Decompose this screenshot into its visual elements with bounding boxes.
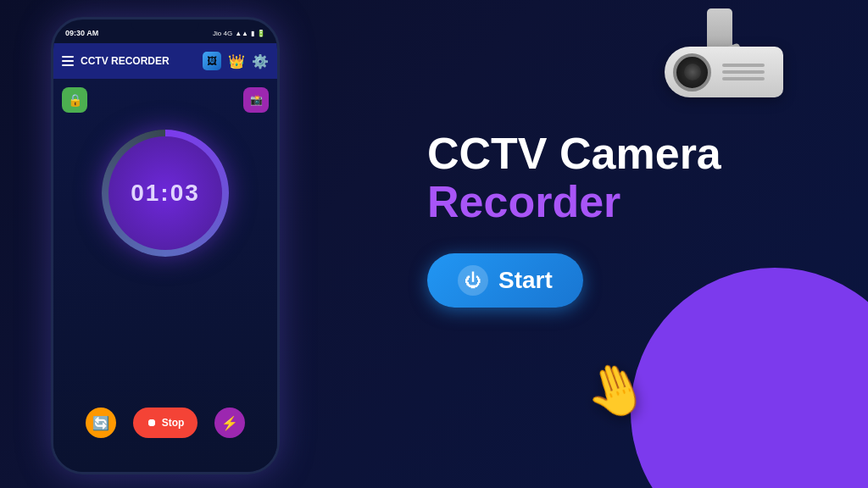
stop-button[interactable]: ⏺ Stop (133, 408, 198, 438)
gallery-icon[interactable]: 🖼 (203, 52, 221, 70)
wifi-icon: ▮ (251, 30, 254, 37)
phone-content: 🔒 📸 (53, 79, 277, 472)
app-title: CCTV RECORDER (81, 55, 196, 67)
hamburger-menu[interactable] (62, 56, 74, 66)
phone-controls: 🔄 ⏺ Stop ⚡ (53, 408, 277, 438)
refresh-button[interactable]: 🔄 (86, 408, 116, 438)
status-time: 09:30 AM (65, 29, 98, 37)
phone-mockup: 09:30 AM Jio 4G ▲▲ ▮ 🔋 CCTV RECORDER 🖼 👑… (51, 17, 280, 474)
power-icon: ⏻ (458, 265, 488, 296)
camera-stripe-2 (722, 70, 765, 74)
phone-body: 09:30 AM Jio 4G ▲▲ ▮ 🔋 CCTV RECORDER 🖼 👑… (51, 17, 280, 474)
lock-float-button[interactable]: 🔒 (62, 87, 87, 113)
settings-icon[interactable]: ⚙️ (252, 53, 269, 69)
camera-stripe-1 (722, 64, 765, 67)
lightning-button[interactable]: ⚡ (214, 408, 245, 438)
start-button[interactable]: ⏻ Start (427, 253, 583, 308)
start-label: Start (498, 267, 553, 294)
camera-mount (707, 8, 732, 51)
hero-heading: CCTV Camera Recorder (427, 130, 721, 226)
status-icons: Jio 4G ▲▲ ▮ 🔋 (213, 30, 265, 37)
camera-body (665, 47, 783, 97)
battery-icon: 🔋 (257, 30, 265, 37)
app-bar: CCTV RECORDER 🖼 👑 ⚙️ (53, 43, 277, 79)
camera-body-detail (711, 64, 783, 80)
carrier-text: Jio 4G (213, 30, 232, 37)
heading-white: CCTV Camera (427, 130, 721, 178)
camera-stripe-3 (722, 77, 765, 80)
hamburger-line-1 (62, 56, 74, 58)
hamburger-line-3 (62, 64, 74, 66)
camera-lens (673, 53, 711, 92)
app-bar-icons: 🖼 👑 ⚙️ (203, 52, 269, 70)
stop-label: Stop (162, 417, 185, 429)
timer-area: 01:03 (102, 130, 229, 257)
heading-purple: Recorder (427, 178, 721, 226)
timer-circle: 01:03 (102, 130, 229, 257)
timer-display: 01:03 (131, 180, 200, 207)
cctv-camera-illustration (614, 8, 783, 119)
signal-icon: ▲▲ (235, 30, 248, 37)
hamburger-line-2 (62, 60, 74, 62)
camera-float-button[interactable]: 📸 (243, 87, 269, 113)
crown-icon[interactable]: 👑 (228, 53, 245, 69)
stop-record-icon: ⏺ (147, 417, 157, 429)
phone-notch (131, 19, 199, 33)
